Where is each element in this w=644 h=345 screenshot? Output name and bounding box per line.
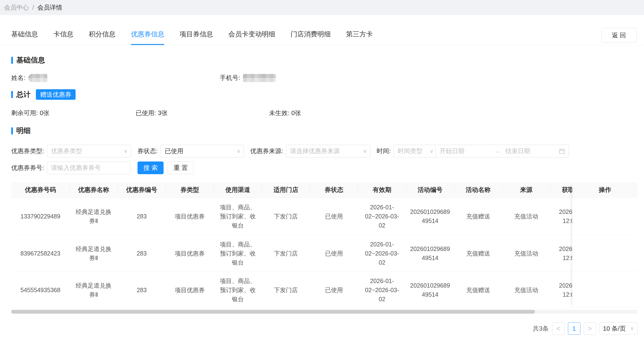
cell-source: 充值活动 (502, 198, 550, 235)
col-header-activity-no: 活动编号 (406, 182, 454, 198)
name-value-redacted (28, 74, 47, 82)
tab-third-party-card[interactable]: 第三方卡 (346, 30, 373, 45)
col-header-coupon-name: 优惠券名称 (70, 182, 118, 198)
cell-activity-no: 20260102968949514 (406, 198, 454, 235)
time-type-select[interactable]: 时间类型 ∨ (394, 145, 436, 157)
cell-coupon-name: 经典足道兑换券Ⅱ (70, 272, 118, 308)
cell-coupon-type: 项目优惠券 (166, 272, 214, 308)
active-tab-indicator (131, 44, 164, 45)
stat-label: 未生效: (269, 109, 289, 117)
coupon-table: 优惠券号码 优惠券名称 优惠券编号 券类型 使用渠道 适用门店 券状态 有效期 … (11, 182, 638, 308)
cell-acquired-time: 2026-01-02 12:00:00 (550, 198, 572, 235)
member-detail-page: 会员中心 / 会员详情 基础信息 卡信息 积分信息 优惠券信息 项目券信息 会员… (0, 0, 644, 345)
next-page-button[interactable]: > (584, 322, 596, 335)
phone-label: 手机号: (220, 74, 240, 82)
search-button[interactable]: 搜 索 (138, 162, 164, 174)
select-placeholder: 请选择优惠券来源 (290, 147, 362, 155)
tab-label: 会员卡变动明细 (228, 30, 275, 38)
section-accent-bar (11, 127, 13, 134)
cell-validity: 2026-01-02~2026-03-02 (358, 272, 406, 308)
coupon-status-select[interactable]: 已使用 ∨ (160, 145, 244, 157)
coupon-code-input[interactable]: 请输入优惠券券号 (47, 162, 131, 174)
cell-coupon-code: 839672582423 (11, 235, 70, 271)
tabs: 基础信息 卡信息 积分信息 优惠券信息 项目券信息 会员卡变动明细 门店消费明细… (0, 15, 644, 45)
cell-stores: 下发门店 (262, 272, 310, 308)
stat-value: 3张 (158, 109, 168, 117)
cell-coupon-name: 经典足道兑换券Ⅱ (70, 198, 118, 235)
cell-channels: 项目、商品、预订到家、收银台 (214, 235, 262, 271)
chevron-down-icon: ∨ (124, 148, 128, 154)
cell-activity-name: 充值赠送 (454, 198, 502, 235)
chevron-down-icon: ∨ (430, 148, 434, 154)
chevron-down-icon: ∨ (236, 148, 240, 154)
cell-validity: 2026-01-02~2026-03-02 (358, 235, 406, 271)
table-row: 839672582423 经典足道兑换券Ⅱ 283 项目优惠券 项目、商品、预订… (11, 235, 572, 272)
back-button[interactable]: 返 回 (601, 28, 636, 42)
stat-label: 剩余可用: (11, 109, 38, 117)
cell-actions (572, 234, 638, 271)
cell-activity-no: 20260102968949514 (406, 235, 454, 271)
coupon-code-label: 优惠券券号: (11, 164, 44, 172)
col-header-acquired-time: 获取时间 (550, 182, 572, 198)
col-header-coupon-code: 优惠券号码 (11, 182, 70, 198)
coupon-status-label: 券状态: (137, 147, 158, 155)
cell-acquired-time: 2026-01-02 12:00:00 (550, 235, 572, 271)
tab-label: 优惠券信息 (131, 30, 164, 38)
cell-acquired-time: 2026-01-02 12:00:00 (550, 272, 572, 308)
calendar-icon (559, 148, 565, 155)
cell-coupon-type: 项目优惠券 (166, 198, 214, 235)
coupon-type-select[interactable]: 优惠券类型 ∨ (47, 145, 131, 157)
tab-basic-info[interactable]: 基础信息 (11, 30, 38, 45)
tab-label: 积分信息 (89, 30, 116, 38)
stat-remaining: 剩余可用:0张 (11, 109, 136, 117)
date-range-input[interactable]: 开始日期 → 结束日期 (436, 145, 569, 157)
end-date-placeholder: 结束日期 (505, 147, 559, 155)
time-label: 时间: (377, 147, 391, 155)
stat-inactive: 未生效:0张 (269, 109, 301, 117)
pagination: 共3条 < 1 > 10 条/页 ∨ (0, 322, 644, 335)
cell-activity-name: 充值赠送 (454, 272, 502, 308)
stat-used: 已使用:3张 (136, 109, 269, 117)
prev-page-button[interactable]: < (552, 322, 564, 335)
tab-card-info[interactable]: 卡信息 (53, 30, 74, 45)
tab-coupon-info[interactable]: 优惠券信息 (131, 30, 164, 45)
cell-source: 充值活动 (502, 235, 550, 271)
reset-button[interactable]: 重 置 (168, 162, 194, 174)
cell-coupon-number: 283 (118, 198, 166, 235)
member-detail-card: 基础信息 卡信息 积分信息 优惠券信息 项目券信息 会员卡变动明细 门店消费明细… (0, 15, 644, 335)
tab-store-consumption[interactable]: 门店消费明细 (290, 30, 331, 45)
cell-stores: 下发门店 (262, 198, 310, 235)
gift-coupon-button[interactable]: 赠送优惠券 (36, 89, 76, 100)
stat-value: 0张 (291, 109, 301, 117)
detail-section-header: 明细 (11, 126, 644, 136)
breadcrumb-parent[interactable]: 会员中心 (4, 3, 29, 12)
col-header-status: 券状态 (310, 182, 358, 198)
tab-project-coupon-info[interactable]: 项目券信息 (180, 30, 213, 45)
tab-points-info[interactable]: 积分信息 (89, 30, 116, 45)
col-header-actions: 操作 (572, 182, 638, 198)
col-header-coupon-number: 优惠券编号 (118, 182, 166, 198)
breadcrumb-current: 会员详情 (37, 3, 62, 12)
pagination-total: 共3条 (533, 324, 548, 333)
col-header-channels: 使用渠道 (214, 182, 262, 198)
time-filter-group: 时间类型 ∨ 开始日期 → 结束日期 (394, 145, 569, 157)
coupon-source-select[interactable]: 请选择优惠券来源 ∨ (286, 145, 370, 157)
horizontal-scrollbar-thumb[interactable] (11, 310, 535, 314)
section-title: 基础信息 (16, 55, 45, 65)
cell-actions (572, 198, 638, 234)
cell-validity: 2026-01-02~2026-03-02 (358, 198, 406, 235)
page-size-value: 10 条/页 (603, 324, 626, 333)
basic-info-section-header: 基础信息 (11, 55, 644, 65)
page-size-select[interactable]: 10 条/页 ∨ (600, 322, 638, 335)
tab-label: 基础信息 (11, 30, 38, 38)
tab-member-card-changes[interactable]: 会员卡变动明细 (228, 30, 275, 45)
cell-coupon-code: 545554935368 (11, 272, 70, 308)
page-1-button[interactable]: 1 (568, 322, 580, 335)
col-header-activity-name: 活动名称 (454, 182, 502, 198)
stat-label: 已使用: (136, 109, 156, 117)
phone-field: 手机号: (220, 74, 276, 82)
tab-label: 门店消费明细 (290, 30, 331, 38)
cell-coupon-type: 项目优惠券 (166, 235, 214, 271)
cell-channels: 项目、商品、预订到家、收银台 (214, 198, 262, 235)
fixed-action-column: 操作 (572, 182, 638, 308)
